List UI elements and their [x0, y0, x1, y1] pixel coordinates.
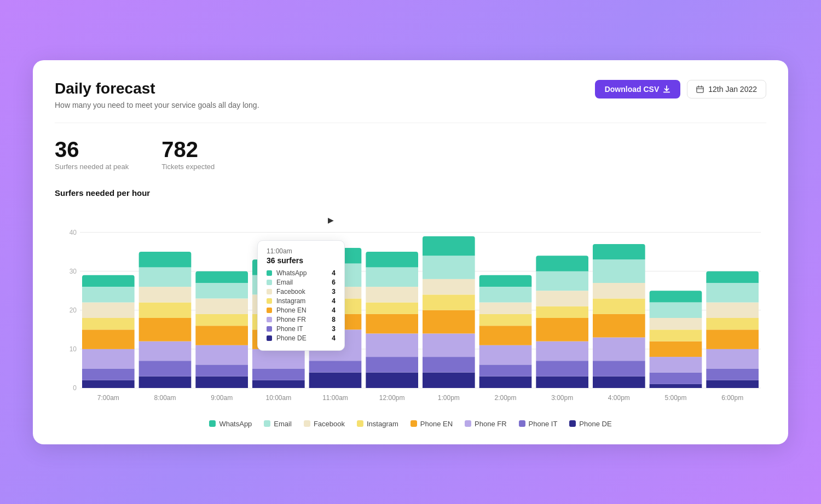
svg-rect-72	[479, 314, 532, 325]
svg-rect-32	[195, 298, 248, 314]
svg-text:30: 30	[70, 267, 77, 275]
svg-rect-78	[536, 341, 588, 361]
svg-text:40: 40	[70, 228, 77, 236]
divider	[55, 123, 766, 123]
svg-rect-31	[195, 314, 248, 325]
chart-title: Surfers needed per hour	[55, 188, 766, 198]
svg-rect-76	[536, 376, 588, 387]
svg-text:12:00pm: 12:00pm	[379, 394, 405, 402]
svg-rect-105	[706, 302, 759, 317]
svg-text:8:00am: 8:00am	[154, 394, 176, 402]
svg-rect-97	[650, 318, 702, 329]
peak-number: 36	[55, 138, 129, 160]
svg-rect-38	[252, 329, 305, 349]
svg-rect-69	[479, 364, 532, 376]
svg-rect-94	[650, 357, 702, 372]
svg-text:9:00am: 9:00am	[211, 394, 233, 402]
svg-rect-19	[139, 376, 192, 387]
svg-rect-44	[309, 361, 362, 372]
svg-rect-87	[593, 314, 645, 337]
date-picker[interactable]: 12th Jan 2022	[687, 80, 766, 99]
svg-rect-13	[82, 349, 135, 368]
tickets-label: Tickets expected	[161, 163, 215, 171]
stat-tickets: 782 Tickets expected	[161, 138, 215, 171]
legend-row: WhatsApp Email Facebook Instagram Phone …	[55, 420, 766, 428]
main-card: Daily forecast How many you need to meet…	[33, 60, 788, 444]
svg-rect-70	[479, 345, 532, 364]
svg-rect-28	[195, 364, 248, 376]
legend-label: Phone FR	[475, 420, 507, 428]
legend-item: Phone FR	[465, 420, 507, 428]
svg-rect-21	[139, 341, 192, 361]
svg-rect-101	[706, 368, 759, 380]
svg-rect-56	[366, 302, 418, 314]
svg-text:10: 10	[70, 345, 77, 352]
chart-svg: 0102030407:00am8:00am9:00am10:00am11:00a…	[55, 207, 766, 415]
legend-dot	[410, 420, 417, 427]
legend-label: Phone IT	[529, 420, 558, 428]
svg-rect-65	[423, 279, 475, 294]
header-right: Download CSV 12th Jan 2022	[595, 80, 766, 99]
svg-text:0: 0	[73, 384, 77, 392]
svg-rect-103	[706, 329, 759, 349]
svg-rect-80	[536, 306, 588, 317]
download-csv-button[interactable]: Download CSV	[595, 80, 681, 99]
legend-item: WhatsApp	[209, 420, 252, 428]
svg-rect-61	[423, 357, 475, 372]
header-left: Daily forecast How many you need to meet…	[55, 80, 259, 109]
svg-rect-43	[309, 372, 362, 387]
svg-rect-36	[252, 368, 305, 380]
svg-text:3:00pm: 3:00pm	[551, 394, 573, 402]
svg-rect-39	[252, 314, 305, 329]
svg-text:6:00pm: 6:00pm	[721, 394, 743, 402]
svg-rect-53	[366, 357, 418, 372]
svg-rect-16	[82, 302, 135, 317]
svg-rect-12	[82, 368, 135, 380]
svg-rect-46	[309, 314, 362, 329]
legend-item: Phone EN	[410, 420, 453, 428]
svg-rect-74	[479, 287, 532, 302]
svg-text:7:00am: 7:00am	[97, 394, 119, 402]
svg-rect-85	[593, 361, 645, 376]
svg-rect-37	[252, 349, 305, 368]
legend-label: Instagram	[367, 420, 398, 428]
legend-label: WhatsApp	[219, 420, 252, 428]
svg-rect-33	[195, 283, 248, 298]
svg-rect-35	[252, 380, 305, 387]
svg-rect-89	[593, 283, 645, 298]
legend-item: Phone DE	[569, 420, 611, 428]
svg-rect-93	[650, 372, 702, 384]
peak-label: Surfers needed at peak	[55, 163, 129, 171]
svg-rect-11	[82, 380, 135, 387]
svg-rect-86	[593, 337, 645, 361]
legend-dot	[209, 420, 216, 427]
svg-text:▶: ▶	[328, 216, 334, 224]
svg-rect-0	[697, 86, 703, 92]
legend-item: Instagram	[357, 420, 398, 428]
svg-rect-23	[139, 302, 192, 317]
legend-dot	[357, 420, 363, 427]
svg-rect-17	[82, 287, 135, 302]
svg-rect-40	[252, 294, 305, 314]
svg-rect-88	[593, 298, 645, 314]
svg-rect-57	[366, 287, 418, 302]
svg-rect-66	[423, 256, 475, 279]
stat-peak: 36 Surfers needed at peak	[55, 138, 129, 171]
svg-text:1:00pm: 1:00pm	[438, 394, 460, 402]
svg-rect-68	[479, 376, 532, 387]
svg-rect-27	[195, 376, 248, 387]
svg-rect-30	[195, 326, 248, 345]
svg-rect-71	[479, 326, 532, 345]
legend-dot	[264, 420, 270, 427]
svg-rect-52	[366, 372, 418, 387]
svg-rect-49	[309, 263, 362, 287]
svg-rect-98	[650, 302, 702, 317]
svg-rect-100	[706, 380, 759, 387]
legend-dot	[519, 420, 525, 427]
svg-rect-102	[706, 349, 759, 368]
svg-rect-64	[423, 294, 475, 310]
svg-text:4:00pm: 4:00pm	[608, 394, 630, 402]
legend-label: Phone DE	[579, 420, 611, 428]
svg-rect-104	[706, 318, 759, 329]
svg-rect-73	[479, 302, 532, 314]
